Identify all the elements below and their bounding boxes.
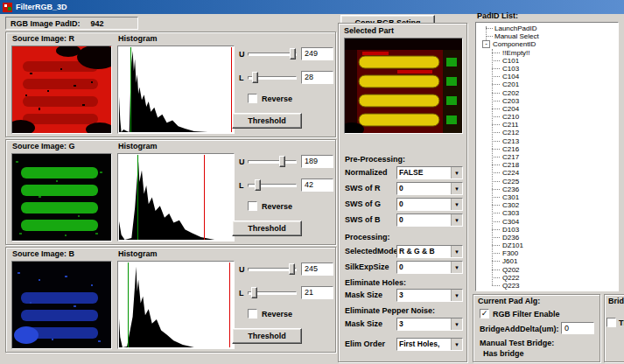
componentid-label: ComponentID	[493, 40, 536, 48]
threshold-button[interactable]: Threshold	[232, 220, 302, 236]
l-value-input[interactable]: 21	[301, 286, 333, 299]
u-slider[interactable]	[248, 263, 297, 276]
u-value-input[interactable]: 245	[301, 262, 333, 276]
tree-item[interactable]: C203	[487, 97, 616, 105]
histogram-r	[117, 46, 235, 134]
tree-item[interactable]: C224	[487, 169, 616, 177]
reverse-checkbox[interactable]	[248, 94, 257, 103]
l-slider[interactable]	[248, 179, 297, 192]
tree-item[interactable]: C303	[487, 209, 616, 217]
threshold-button[interactable]: Threshold	[232, 328, 302, 344]
dropdown-arrow-icon[interactable]: ▼	[451, 167, 462, 178]
tree-item[interactable]: DZ101	[487, 242, 616, 249]
sws-g-combo[interactable]: 0 ▼	[396, 198, 463, 211]
pepper-mask-size-combo[interactable]: 3 ▼	[396, 318, 463, 331]
source-image-g-preview	[11, 153, 112, 242]
slider-track[interactable]	[248, 160, 297, 164]
dropdown-arrow-icon[interactable]: ▼	[451, 318, 462, 330]
histogram-label-r: Histogram	[118, 34, 158, 43]
u-value-input[interactable]: 189	[301, 155, 333, 168]
normalized-combo[interactable]: FALSE ▼	[396, 166, 463, 179]
combo-value: R & G & B	[397, 246, 451, 257]
tree-item[interactable]: C225	[487, 178, 616, 186]
slider-thumb[interactable]	[289, 263, 295, 275]
tree-children: !!Empty!!C101C103C104C201C202C203C204C21…	[487, 49, 616, 290]
rgb-filter-enable-checkbox[interactable]: ✓	[480, 309, 489, 318]
tree-item[interactable]: F300	[487, 249, 616, 257]
bridge-group: Bridge: TL	[604, 294, 624, 362]
filter-rgb-window: FilterRGB_3D RGB Image PadID: 942 Copy R…	[0, 0, 624, 364]
tree-item-launchpadid[interactable]: LaunchPadID	[481, 24, 616, 32]
selected-part-preview	[344, 38, 463, 134]
tree-item[interactable]: C101	[487, 57, 616, 65]
dropdown-arrow-icon[interactable]: ▼	[451, 199, 462, 210]
tree-item[interactable]: C304	[487, 218, 616, 226]
tree-item[interactable]: D103	[487, 226, 616, 234]
tree-item[interactable]: C210	[487, 113, 616, 121]
tree-item[interactable]: !!Empty!!	[487, 49, 616, 57]
dropdown-arrow-icon[interactable]: ▼	[451, 290, 462, 301]
tree-item[interactable]: C202	[487, 89, 616, 97]
tree-item[interactable]: C217	[487, 153, 616, 161]
tree-item[interactable]: C218	[487, 161, 616, 169]
tree-item[interactable]: Q222	[487, 274, 616, 282]
dropdown-arrow-icon[interactable]: ▼	[451, 214, 462, 226]
u-slider[interactable]	[248, 156, 297, 168]
padid-tree[interactable]: LaunchPadID Manual Select - ComponentID …	[475, 22, 619, 291]
tree-item[interactable]: C301	[487, 193, 616, 201]
slider-thumb[interactable]	[252, 72, 258, 83]
dropdown-arrow-icon[interactable]: ▼	[451, 262, 462, 273]
tree-item[interactable]: C211	[487, 121, 616, 129]
tree-item[interactable]: C216	[487, 145, 616, 153]
bridge-add-delta-input[interactable]: 0	[561, 322, 594, 334]
l-label: L	[239, 289, 244, 298]
title-bar[interactable]: FilterRGB_3D	[0, 0, 624, 14]
u-slider[interactable]	[248, 48, 297, 60]
tree-item-manual-select[interactable]: Manual Select	[481, 32, 616, 40]
tl-checkbox[interactable]	[606, 318, 616, 327]
silk-exp-size-combo[interactable]: 0 ▼	[396, 261, 463, 274]
tree-item[interactable]: D236	[487, 234, 616, 242]
slider-thumb[interactable]	[255, 179, 261, 191]
panel-title-b: Source Image: B	[12, 249, 74, 258]
tree-item[interactable]: C201	[487, 80, 616, 88]
dropdown-arrow-icon[interactable]: ▼	[451, 246, 462, 257]
tree-item[interactable]: C104	[487, 73, 616, 80]
tree-item[interactable]: C103	[487, 65, 616, 73]
elim-order-combo[interactable]: First Holes, ▼	[396, 338, 463, 351]
u-value-input[interactable]: 249	[301, 47, 333, 60]
threshold-button[interactable]: Threshold	[232, 113, 302, 129]
collapse-expander-icon[interactable]: -	[482, 40, 490, 48]
dropdown-arrow-icon[interactable]: ▼	[451, 339, 462, 350]
reverse-label: Reverse	[262, 202, 292, 211]
sws-r-combo[interactable]: 0 ▼	[396, 182, 463, 195]
tree-item-componentid[interactable]: - ComponentID	[481, 40, 616, 48]
tree-item[interactable]: C236	[487, 186, 616, 193]
slider-thumb[interactable]	[290, 48, 296, 60]
tree-item[interactable]: C204	[487, 105, 616, 113]
mask-size-combo[interactable]: 3 ▼	[396, 289, 463, 302]
slider-thumb[interactable]	[279, 156, 285, 167]
dropdown-arrow-icon[interactable]: ▼	[451, 183, 462, 194]
tree-item[interactable]: Q202	[487, 266, 616, 274]
l-slider[interactable]	[248, 287, 297, 299]
histogram-high-marker	[204, 155, 205, 240]
tree-item[interactable]: J601	[487, 257, 616, 265]
reverse-checkbox[interactable]	[248, 309, 257, 318]
l-slider[interactable]	[248, 72, 297, 84]
l-value-input[interactable]: 42	[301, 178, 333, 192]
selected-mode-combo[interactable]: R & G & B ▼	[396, 245, 463, 258]
histogram-curve-b	[119, 262, 233, 347]
check-icon: ✓	[481, 309, 488, 318]
tree-item[interactable]: Q223	[487, 282, 616, 290]
u-label: U	[239, 50, 245, 59]
tree-item[interactable]: C302	[487, 201, 616, 209]
tree-item[interactable]: C213	[487, 137, 616, 145]
tree-item[interactable]: C212	[487, 129, 616, 136]
slider-thumb[interactable]	[251, 287, 257, 298]
l-value-input[interactable]: 28	[301, 71, 333, 84]
sws-b-combo[interactable]: 0 ▼	[396, 214, 463, 227]
reverse-checkbox[interactable]	[248, 201, 257, 211]
window-title: FilterRGB_3D	[16, 3, 67, 11]
normalized-label: Normalized	[345, 168, 388, 177]
